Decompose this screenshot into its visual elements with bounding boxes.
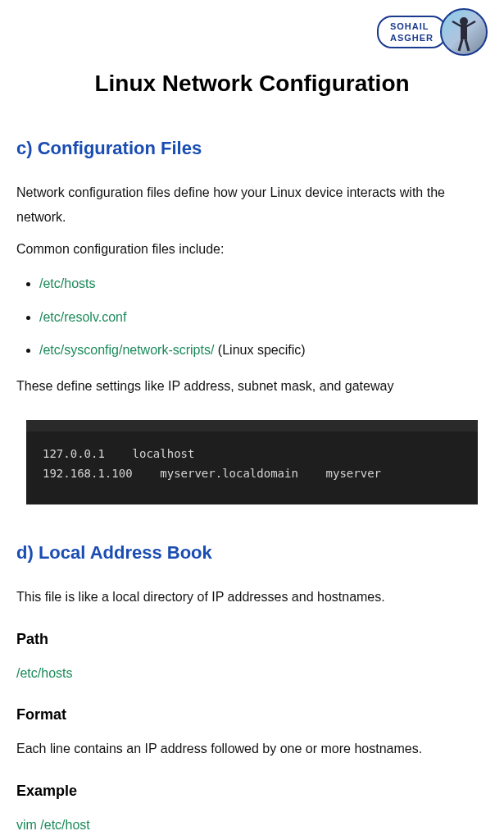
- format-text: Each line contains an IP address followe…: [16, 737, 488, 761]
- author-name-line1: SOHAIL: [390, 21, 434, 32]
- file-path: /etc/resolv.conf: [39, 310, 126, 324]
- author-badge: SOHAIL ASGHER: [377, 8, 488, 56]
- path-label: Path: [16, 625, 488, 653]
- section-d-heading: d) Local Address Book: [16, 536, 488, 570]
- list-item: /etc/sysconfig/network-scripts/ (Linux s…: [39, 338, 488, 363]
- path-value: /etc/hosts: [16, 661, 488, 686]
- person-icon: [447, 11, 480, 52]
- example-label: Example: [16, 777, 488, 805]
- file-path: /etc/sysconfig/network-scripts/: [39, 343, 214, 357]
- format-label: Format: [16, 701, 488, 728]
- terminal-window: 127.0.0.1 localhost 192.168.1.100 myserv…: [26, 420, 478, 505]
- svg-line-5: [465, 39, 469, 51]
- section-d-para1: This file is like a local directory of I…: [16, 585, 488, 609]
- config-files-list: /etc/hosts /etc/resolv.conf /etc/sysconf…: [39, 272, 488, 363]
- section-c-para1: Network configuration files define how y…: [16, 180, 488, 231]
- author-name-box: SOHAIL ASGHER: [377, 16, 447, 49]
- terminal-titlebar: [26, 420, 478, 431]
- list-item: /etc/resolv.conf: [39, 305, 488, 330]
- file-path: /etc/hosts: [39, 276, 95, 290]
- svg-point-0: [460, 17, 468, 25]
- file-note: (Linux specific): [214, 343, 305, 357]
- terminal-content: 127.0.0.1 localhost 192.168.1.100 myserv…: [26, 431, 478, 505]
- author-name-line2: ASGHER: [390, 32, 434, 43]
- section-c-heading: c) Configuration Files: [16, 131, 488, 166]
- svg-line-4: [459, 39, 462, 51]
- terminal-line: 192.168.1.100 myserver.localdomain myser…: [43, 467, 381, 480]
- author-avatar: [440, 8, 488, 56]
- section-c-para2: Common configuration files include:: [16, 237, 488, 262]
- terminal-line: 127.0.0.1 localhost: [43, 447, 194, 460]
- example-text: vim /etc/host: [16, 813, 488, 838]
- page-title: Linux Network Configuration: [16, 62, 488, 105]
- list-item: /etc/hosts: [39, 272, 488, 296]
- section-c-para3: These define settings like IP address, s…: [16, 374, 488, 399]
